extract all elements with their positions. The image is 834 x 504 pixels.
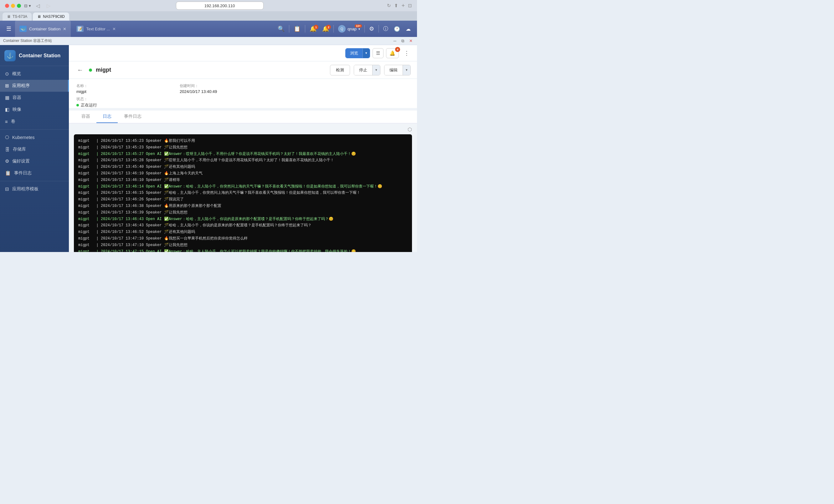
- created-value: 2024/10/17 13:40:49: [180, 89, 264, 94]
- cs-inner-topbar: 浏览 ▾ ☰ 🔔 4 ⋮: [69, 45, 417, 61]
- name-field: 名称： migpt: [76, 83, 161, 94]
- maximize-button[interactable]: ⧉: [400, 39, 405, 44]
- log-lines: migpt | 2024/10/17 13:45:23 Speaker 🔥那我们…: [78, 138, 408, 252]
- close-button[interactable]: ✕: [408, 39, 414, 43]
- qts-user-button[interactable]: Q qnap ▾: [336, 24, 363, 34]
- back-button[interactable]: ◁: [34, 2, 42, 9]
- external-link-button[interactable]: ⬡: [408, 127, 412, 132]
- tab-event-log[interactable]: 事件日志: [118, 110, 148, 123]
- sidebar-overview-label: 概览: [12, 71, 21, 77]
- status-value: 正在运行: [76, 102, 161, 108]
- traffic-light-green[interactable]: [17, 4, 21, 8]
- name-label: 名称：: [76, 83, 161, 89]
- cs-list-button[interactable]: ☰: [373, 48, 383, 58]
- running-status-dot: [89, 69, 92, 72]
- edit-button-group: 编辑 ▾: [384, 65, 411, 75]
- window-sidebar-toggle[interactable]: ⊟ ▾: [24, 3, 31, 8]
- edit-button[interactable]: 编辑: [385, 65, 402, 75]
- created-label: 创建时间：: [180, 83, 264, 89]
- sidebar-item-storage[interactable]: 🗄 存储库: [0, 144, 69, 155]
- browser-tab-ts673a[interactable]: 🖥 TS-673A: [2, 13, 31, 21]
- log-line: migpt | 2024/10/17 13:46:52 Speaker 🪄还有其…: [78, 229, 408, 235]
- sidebar-images-label: 映像: [13, 107, 21, 112]
- new-tab-button[interactable]: +: [401, 2, 405, 9]
- qts-topbar: ☰ 🐳 Container Station ✕ 📝 Text Editor ..…: [0, 21, 417, 37]
- tab-icon-ts673a: 🖥: [7, 15, 10, 19]
- status-field: 状态： 正在运行: [76, 96, 161, 108]
- created-field: 创建时间： 2024/10/17 13:40:49: [180, 83, 264, 94]
- minimize-button[interactable]: ─: [392, 39, 398, 43]
- qts-tab-cs-close[interactable]: ✕: [63, 27, 66, 31]
- avatar: Q: [338, 25, 346, 32]
- app-titlebar: Container Station 容器工作站 ─ ⧉ ✕: [0, 37, 417, 45]
- sidebar-templates-label: 应用程序模板: [12, 186, 39, 192]
- sidebar-item-event-log[interactable]: 📋 事件日志: [0, 167, 69, 179]
- log-line: migpt | 2024/10/17 13:46:26 Speaker 🪄我说完…: [78, 197, 408, 203]
- sidebar-eventlog-label: 事件日志: [14, 170, 31, 176]
- stop-dropdown-arrow[interactable]: ▾: [372, 65, 380, 75]
- cs-more-button[interactable]: ⋮: [401, 48, 412, 58]
- content-tabs: 容器 日志 事件日志: [69, 110, 417, 123]
- qts-tab-te-close[interactable]: ✕: [112, 27, 116, 31]
- browser-chrome: ⊟ ▾ ◁ ▷ 192.168.200.110 ↻ ⬆ + ⊡: [0, 0, 417, 11]
- qts-tab-text-editor[interactable]: 📝 Text Editor ... ✕: [72, 21, 120, 37]
- qts-divider-2: [305, 25, 305, 32]
- share-button[interactable]: ⬆: [394, 3, 398, 8]
- detect-button[interactable]: 检测: [330, 65, 350, 75]
- sidebar-app-name: Container Station: [19, 53, 61, 59]
- qts-tasks-button[interactable]: 📋: [291, 24, 303, 34]
- sidebar-item-preferences[interactable]: ⚙ 偏好设置: [0, 155, 69, 167]
- status-label: 状态：: [76, 96, 161, 102]
- qts-notification2-button[interactable]: 🔔: [320, 24, 331, 34]
- qts-divider-4: [365, 25, 365, 32]
- sidebar-item-kubernetes[interactable]: ⎔ Kubernetes: [0, 131, 69, 144]
- cs-notification-badge: 4: [395, 47, 400, 52]
- qts-cloud-button[interactable]: ☁: [403, 25, 413, 33]
- log-line: migpt | 2024/10/17 13:45:40 Speaker 🪄还有其…: [78, 164, 408, 170]
- sidebar-item-apps[interactable]: ⊞ 应用程序: [0, 80, 69, 92]
- kubernetes-icon: ⎔: [5, 135, 9, 140]
- qts-tab-container-station[interactable]: 🐳 Container Station ✕: [15, 21, 71, 37]
- split-view-button[interactable]: ⊡: [408, 3, 412, 8]
- container-name-heading: migpt: [96, 67, 111, 73]
- name-value: migpt: [76, 89, 161, 94]
- log-area: ⬡ migpt | 2024/10/17 13:45:23 Speaker 🔥那…: [69, 123, 417, 252]
- traffic-light-red[interactable]: [5, 4, 9, 8]
- sidebar-item-volumes[interactable]: ≡ 卷: [0, 115, 69, 127]
- traffic-light-yellow[interactable]: [11, 4, 15, 8]
- log-line: migpt | 2024/10/17 13:47:15 Open AI ✅Ans…: [78, 249, 408, 252]
- browse-dropdown-arrow[interactable]: ▾: [363, 48, 370, 58]
- qts-notification1-button[interactable]: 🔔: [307, 24, 319, 34]
- browser-tab-nas7f9c8d[interactable]: 🖥 NAS7F9C8D: [33, 13, 69, 21]
- back-nav-button[interactable]: ←: [75, 66, 85, 74]
- log-line: migpt | 2024/10/17 13:46:43 Open AI ✅Ans…: [78, 216, 408, 223]
- log-container[interactable]: migpt | 2024/10/17 13:45:23 Speaker 🔥那我们…: [74, 134, 412, 252]
- forward-button[interactable]: ▷: [45, 2, 52, 9]
- chevron-down-icon: ▾: [358, 27, 360, 31]
- sidebar-item-app-templates[interactable]: ⊟ 应用程序模板: [0, 183, 69, 195]
- apps-icon: ⊞: [5, 83, 9, 89]
- tab-logs[interactable]: 日志: [96, 110, 118, 123]
- log-line: migpt | 2024/10/17 13:45:23 Speaker 🪄让我先…: [78, 145, 408, 151]
- refresh-button[interactable]: ↻: [387, 3, 391, 8]
- sidebar-item-containers[interactable]: ▦ 容器: [0, 92, 69, 104]
- sidebar-nav: ⊙ 概览 ⊞ 应用程序 ▦ 容器 ◧ 映像 ≡ 卷 ⎔ Kuberne: [0, 66, 69, 252]
- address-bar-wrapper: 192.168.200.110: [56, 2, 384, 10]
- log-line: migpt | 2024/10/17 13:46:15 Speaker 🪄哈哈，…: [78, 190, 408, 196]
- app-layout: ⚓ Container Station ⊙ 概览 ⊞ 应用程序 ▦ 容器 ◧ 映…: [0, 45, 417, 252]
- sidebar-item-overview[interactable]: ⊙ 概览: [0, 68, 69, 80]
- edit-dropdown-arrow[interactable]: ▾: [402, 65, 411, 75]
- qts-search-button[interactable]: 🔍: [275, 24, 287, 34]
- sidebar-item-images[interactable]: ◧ 映像: [0, 104, 69, 115]
- qts-hamburger[interactable]: ☰: [4, 24, 14, 34]
- tab-label-nas7f9c8d: NAS7F9C8D: [43, 15, 65, 19]
- tab-container[interactable]: 容器: [75, 110, 96, 123]
- qts-info-button[interactable]: ⓘ: [381, 24, 391, 34]
- qts-clock-button[interactable]: 🕐: [391, 25, 402, 33]
- username: qnap: [348, 27, 356, 31]
- address-bar[interactable]: 192.168.200.110: [176, 2, 264, 10]
- browse-button[interactable]: 浏览: [346, 48, 363, 58]
- stop-button[interactable]: 停止: [354, 65, 372, 75]
- qts-settings-button[interactable]: ⚙: [367, 24, 377, 34]
- qts-divider-5: [378, 25, 379, 32]
